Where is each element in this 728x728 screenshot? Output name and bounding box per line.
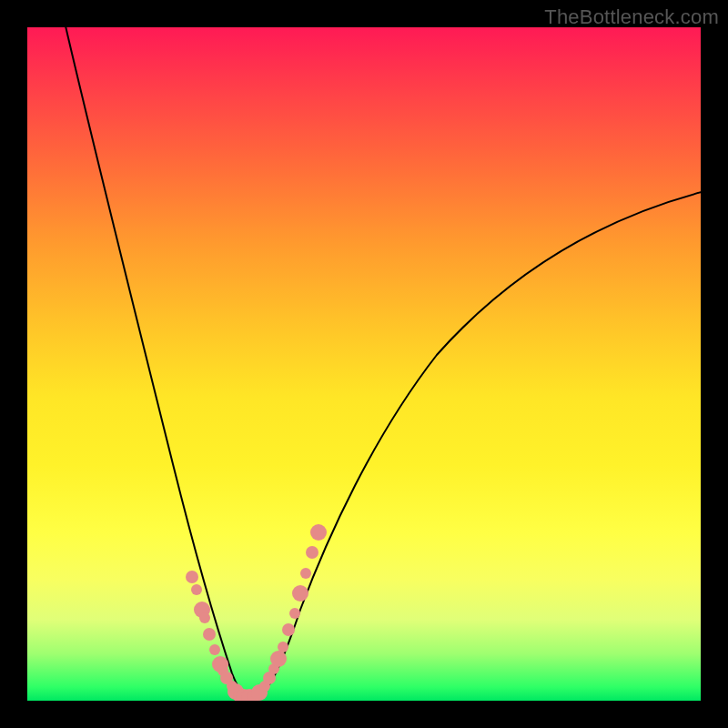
chart-svg — [27, 27, 701, 701]
data-point — [278, 642, 288, 652]
chart-frame: TheBottleneck.com — [0, 0, 728, 728]
data-point — [300, 568, 311, 579]
data-point — [282, 623, 295, 636]
data-point — [186, 571, 198, 583]
data-point — [191, 584, 202, 595]
curve-right-branch — [257, 191, 701, 697]
data-point — [306, 546, 318, 559]
curve-left-branch — [64, 27, 249, 697]
data-point — [209, 644, 220, 655]
data-point — [199, 612, 210, 623]
watermark-text: TheBottleneck.com — [544, 5, 719, 29]
chart-plot-area — [27, 27, 701, 701]
data-point — [203, 628, 216, 641]
marker-group-right — [251, 524, 327, 701]
data-point — [270, 651, 287, 667]
data-point — [289, 608, 300, 619]
data-point — [292, 585, 308, 602]
data-point — [310, 524, 327, 541]
